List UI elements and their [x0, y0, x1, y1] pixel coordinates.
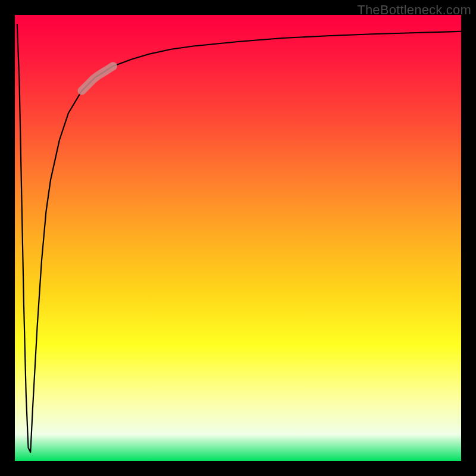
- curve-svg: [15, 15, 461, 461]
- plot-area: [15, 15, 461, 461]
- highlight-segment: [82, 66, 114, 90]
- chart-container: TheBottleneck.com: [0, 0, 476, 476]
